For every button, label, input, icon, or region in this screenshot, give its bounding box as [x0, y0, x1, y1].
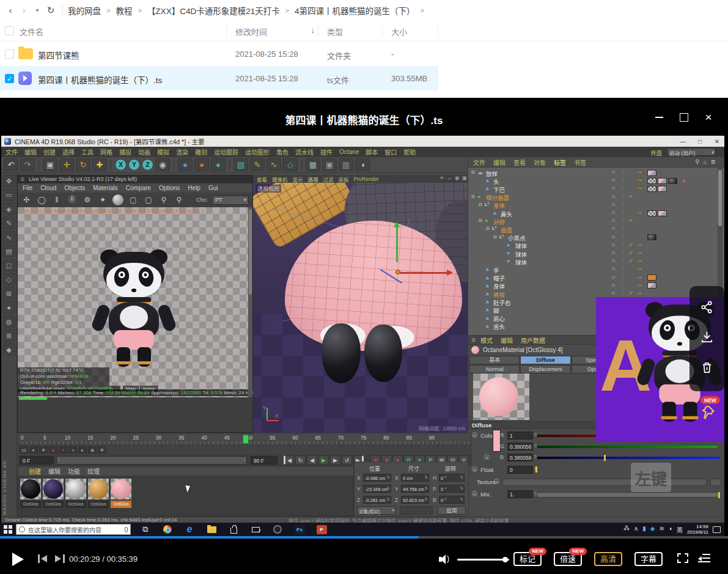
coord-value-field[interactable]: 0 °⇅	[439, 496, 465, 504]
enable-icon[interactable]: ⊘	[611, 242, 616, 248]
redo-icon[interactable]: ↷	[20, 158, 35, 171]
ime-indicator[interactable]: 英	[677, 525, 683, 534]
play-button[interactable]	[12, 553, 24, 566]
people-icon[interactable]: ⁂	[623, 525, 630, 534]
playlist-icon[interactable]	[698, 554, 710, 562]
table-row[interactable]: ✓第四课丨机器熊猫的诞生（下）.ts2021-08-25 15:28ts文件30…	[0, 66, 438, 90]
c4d-minimize-icon[interactable]: —	[678, 138, 688, 145]
pick-focus-icon[interactable]: ⚲	[174, 194, 185, 205]
material-tag-icon[interactable]	[647, 170, 656, 176]
b-slider[interactable]	[537, 457, 720, 459]
viewport-nav-icon[interactable]: ▣	[461, 175, 467, 181]
spinner-icon[interactable]: ⇅	[386, 475, 390, 480]
film-region-icon[interactable]: ▢	[128, 194, 139, 205]
coord-value-field[interactable]: 92.823 cm⇅	[401, 496, 429, 504]
breadcrumb-item[interactable]: 教程	[116, 4, 132, 17]
keyframe-icon[interactable]: ▸	[78, 446, 87, 454]
object-manager-tool-icon[interactable]: ⌂	[704, 158, 707, 165]
left-tool-icon[interactable]: ◆	[3, 344, 15, 356]
spinner-icon[interactable]: ⇅	[460, 475, 463, 480]
speaker-icon[interactable]: ◖	[669, 525, 672, 534]
object-tree-row[interactable]: ▲身体⊘∶••	[468, 282, 716, 290]
shield-icon[interactable]: ◆	[650, 525, 655, 534]
wifi-icon[interactable]: ≋	[660, 525, 664, 534]
render-settings-icon[interactable]: ●	[211, 158, 226, 171]
share-icon[interactable]	[700, 300, 714, 314]
minimize-icon[interactable]	[653, 111, 666, 123]
live-viewer-menu-item[interactable]: Compare	[126, 185, 151, 191]
apply-button[interactable]: 应用	[438, 506, 466, 515]
lock-resolution-icon[interactable]: ✦	[97, 194, 108, 205]
seek-bar[interactable]	[0, 536, 728, 539]
octane-settings-icon[interactable]: ✣	[21, 194, 32, 205]
viewport-menu-item[interactable]: 面板	[339, 175, 349, 183]
live-viewer-menu-item[interactable]: Options	[159, 185, 180, 191]
c4d-menu-item[interactable]: 动画	[138, 147, 150, 156]
next-key-icon[interactable]: ▶	[330, 455, 340, 465]
timeline-playhead[interactable]	[243, 435, 249, 444]
file-name[interactable]: 第四节课熊	[38, 49, 79, 61]
visibility-dots-icon[interactable]: ∶	[622, 194, 623, 199]
enable-icon[interactable]: ⊘	[611, 226, 616, 231]
rotate-tool-icon[interactable]: ↻	[76, 158, 90, 171]
breadcrumb-item[interactable]: 我的网盘	[68, 4, 101, 17]
material-tag-icon[interactable]	[647, 282, 656, 289]
c4d-menu-item[interactable]: 流水线	[295, 147, 314, 156]
left-tool-icon[interactable]: ∿	[3, 231, 15, 243]
visibility-dots-icon[interactable]: ∶	[622, 282, 623, 288]
light-icon[interactable]: ◑	[355, 158, 370, 171]
row-checkbox[interactable]	[5, 50, 14, 59]
left-tool-icon[interactable]: ◍	[3, 315, 15, 328]
visibility-dots-icon[interactable]: ∶	[622, 226, 623, 231]
goto-start-icon[interactable]: ◀	[284, 455, 294, 465]
expand-icon[interactable]: ⊟	[471, 170, 475, 175]
object-tree-row[interactable]: ⊟●细分曲面⊘∶✓	[468, 193, 716, 201]
enable-icon[interactable]: ⊘	[611, 282, 616, 288]
volume-slider[interactable]	[457, 559, 509, 561]
c4d-menu-item[interactable]: 文件	[6, 147, 18, 156]
chrome-icon[interactable]	[160, 524, 175, 535]
viewport-menu-item[interactable]: ProRender	[354, 176, 379, 182]
photoshop-icon[interactable]: Ps	[292, 524, 307, 535]
x-axis-gizmo[interactable]	[400, 272, 447, 274]
object-manager-menu-item[interactable]: 书签	[574, 158, 586, 167]
mail-icon[interactable]	[248, 524, 263, 535]
enable-icon[interactable]: ⊘	[611, 250, 616, 256]
visibility-dots-icon[interactable]: ∶	[622, 250, 623, 256]
notification-center-icon[interactable]	[713, 526, 721, 533]
c4d-maximize-icon[interactable]: □	[695, 138, 705, 145]
close-icon[interactable]: ×	[702, 111, 715, 123]
object-name[interactable]: 舌头	[493, 322, 505, 331]
live-viewer-canvas[interactable]: Check vid./50c MeshBerryline update/GL c…	[18, 207, 252, 397]
download-icon[interactable]	[700, 330, 714, 344]
keyframe-icon[interactable]: ◐	[29, 446, 38, 454]
object-tree-row[interactable]: ▲头⊘∶••▲	[468, 177, 716, 185]
viewport-menu-item[interactable]: 摄像机	[272, 175, 288, 183]
c4d-close-icon[interactable]: ✕	[712, 138, 722, 145]
c4d-menu-item[interactable]: 运动图形	[245, 147, 270, 156]
material-tag-icon[interactable]	[668, 178, 677, 184]
material-tab-Normal[interactable]: Normal	[469, 365, 520, 373]
float-value-field[interactable]: 0	[507, 466, 533, 474]
z-axis-icon[interactable]: Z	[142, 159, 153, 171]
back-icon[interactable]: ‹	[4, 5, 17, 15]
material-tag-icon[interactable]	[658, 178, 667, 184]
materials-panel-menu-item[interactable]: 创建	[29, 466, 41, 476]
radio-icon[interactable]: ●	[484, 454, 490, 460]
material-tag-icon[interactable]	[647, 234, 656, 240]
octane-icon[interactable]	[270, 524, 285, 535]
forward-icon[interactable]: ›	[17, 5, 31, 15]
texture-browse-button[interactable]	[710, 479, 721, 486]
keyframe-icon[interactable]: ▭	[20, 446, 28, 454]
c4d-menu-item[interactable]: 插件	[320, 147, 333, 156]
c4d-menu-item[interactable]: 雕刻	[195, 147, 207, 156]
expand-icon[interactable]: ⊟	[479, 218, 482, 223]
move-tool-icon[interactable]: ✛	[59, 158, 74, 171]
spinner-icon[interactable]: ⇅	[460, 497, 463, 502]
object-manager-menu-item[interactable]: 编辑	[493, 158, 506, 167]
enable-icon[interactable]: ⊘	[611, 218, 616, 223]
enable-icon[interactable]: ⊘	[611, 202, 616, 207]
player-button-高清[interactable]: 高清	[594, 552, 622, 566]
c4d-menu-item[interactable]: 捕捉	[119, 147, 131, 156]
keyframe-icon[interactable]: ◑	[68, 446, 77, 454]
